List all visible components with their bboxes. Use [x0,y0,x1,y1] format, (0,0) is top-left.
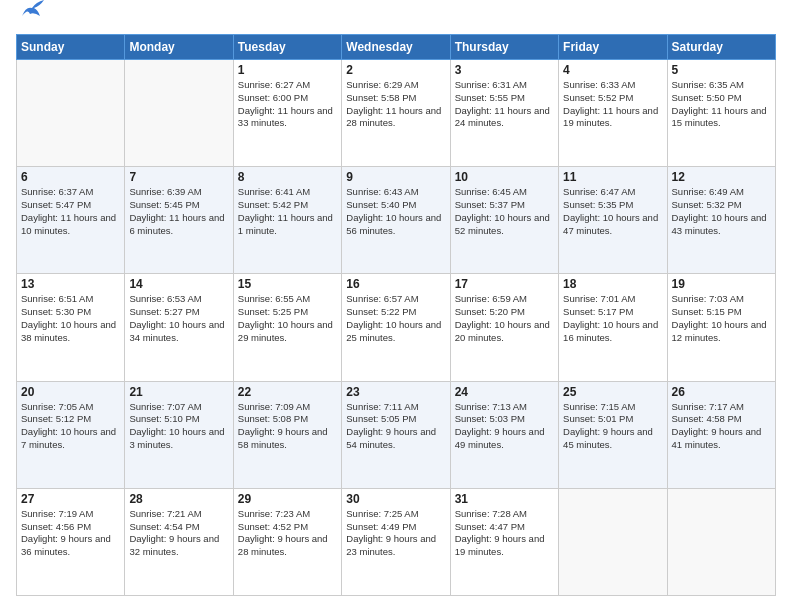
calendar-cell: 8Sunrise: 6:41 AM Sunset: 5:42 PM Daylig… [233,167,341,274]
day-info: Sunrise: 7:15 AM Sunset: 5:01 PM Dayligh… [563,401,662,452]
day-info: Sunrise: 7:21 AM Sunset: 4:54 PM Dayligh… [129,508,228,559]
day-info: Sunrise: 6:49 AM Sunset: 5:32 PM Dayligh… [672,186,771,237]
day-info: Sunrise: 6:35 AM Sunset: 5:50 PM Dayligh… [672,79,771,130]
day-info: Sunrise: 7:23 AM Sunset: 4:52 PM Dayligh… [238,508,337,559]
calendar-cell: 24Sunrise: 7:13 AM Sunset: 5:03 PM Dayli… [450,381,558,488]
calendar-cell: 26Sunrise: 7:17 AM Sunset: 4:58 PM Dayli… [667,381,775,488]
day-info: Sunrise: 6:37 AM Sunset: 5:47 PM Dayligh… [21,186,120,237]
day-number: 11 [563,170,662,184]
day-info: Sunrise: 7:17 AM Sunset: 4:58 PM Dayligh… [672,401,771,452]
day-number: 22 [238,385,337,399]
day-number: 18 [563,277,662,291]
calendar-cell: 19Sunrise: 7:03 AM Sunset: 5:15 PM Dayli… [667,274,775,381]
calendar-cell: 18Sunrise: 7:01 AM Sunset: 5:17 PM Dayli… [559,274,667,381]
day-number: 3 [455,63,554,77]
day-number: 26 [672,385,771,399]
calendar-cell: 23Sunrise: 7:11 AM Sunset: 5:05 PM Dayli… [342,381,450,488]
calendar-cell: 9Sunrise: 6:43 AM Sunset: 5:40 PM Daylig… [342,167,450,274]
day-number: 15 [238,277,337,291]
calendar-cell: 29Sunrise: 7:23 AM Sunset: 4:52 PM Dayli… [233,488,341,595]
day-number: 14 [129,277,228,291]
day-number: 13 [21,277,120,291]
day-info: Sunrise: 6:57 AM Sunset: 5:22 PM Dayligh… [346,293,445,344]
day-number: 25 [563,385,662,399]
day-info: Sunrise: 7:28 AM Sunset: 4:47 PM Dayligh… [455,508,554,559]
day-info: Sunrise: 6:27 AM Sunset: 6:00 PM Dayligh… [238,79,337,130]
weekday-header-sunday: Sunday [17,35,125,60]
day-info: Sunrise: 6:59 AM Sunset: 5:20 PM Dayligh… [455,293,554,344]
day-number: 28 [129,492,228,506]
calendar-table: SundayMondayTuesdayWednesdayThursdayFrid… [16,34,776,596]
day-info: Sunrise: 7:07 AM Sunset: 5:10 PM Dayligh… [129,401,228,452]
calendar-cell: 27Sunrise: 7:19 AM Sunset: 4:56 PM Dayli… [17,488,125,595]
calendar-week-3: 13Sunrise: 6:51 AM Sunset: 5:30 PM Dayli… [17,274,776,381]
day-info: Sunrise: 6:33 AM Sunset: 5:52 PM Dayligh… [563,79,662,130]
day-info: Sunrise: 7:03 AM Sunset: 5:15 PM Dayligh… [672,293,771,344]
calendar-cell: 5Sunrise: 6:35 AM Sunset: 5:50 PM Daylig… [667,60,775,167]
day-number: 7 [129,170,228,184]
day-number: 23 [346,385,445,399]
day-info: Sunrise: 7:05 AM Sunset: 5:12 PM Dayligh… [21,401,120,452]
calendar-cell: 2Sunrise: 6:29 AM Sunset: 5:58 PM Daylig… [342,60,450,167]
day-number: 20 [21,385,120,399]
page: SundayMondayTuesdayWednesdayThursdayFrid… [0,0,792,612]
day-info: Sunrise: 7:01 AM Sunset: 5:17 PM Dayligh… [563,293,662,344]
weekday-header-row: SundayMondayTuesdayWednesdayThursdayFrid… [17,35,776,60]
day-number: 1 [238,63,337,77]
day-number: 16 [346,277,445,291]
logo-bird-icon [18,0,46,24]
weekday-header-saturday: Saturday [667,35,775,60]
day-info: Sunrise: 6:43 AM Sunset: 5:40 PM Dayligh… [346,186,445,237]
day-info: Sunrise: 7:09 AM Sunset: 5:08 PM Dayligh… [238,401,337,452]
day-number: 31 [455,492,554,506]
calendar-cell [125,60,233,167]
calendar-week-4: 20Sunrise: 7:05 AM Sunset: 5:12 PM Dayli… [17,381,776,488]
logo-text-block [16,16,46,24]
day-number: 10 [455,170,554,184]
day-number: 17 [455,277,554,291]
calendar-week-5: 27Sunrise: 7:19 AM Sunset: 4:56 PM Dayli… [17,488,776,595]
day-info: Sunrise: 6:53 AM Sunset: 5:27 PM Dayligh… [129,293,228,344]
day-number: 21 [129,385,228,399]
day-number: 24 [455,385,554,399]
day-info: Sunrise: 6:47 AM Sunset: 5:35 PM Dayligh… [563,186,662,237]
day-number: 2 [346,63,445,77]
day-info: Sunrise: 7:19 AM Sunset: 4:56 PM Dayligh… [21,508,120,559]
day-number: 30 [346,492,445,506]
day-info: Sunrise: 6:39 AM Sunset: 5:45 PM Dayligh… [129,186,228,237]
calendar-cell: 6Sunrise: 6:37 AM Sunset: 5:47 PM Daylig… [17,167,125,274]
day-number: 27 [21,492,120,506]
day-number: 6 [21,170,120,184]
day-info: Sunrise: 7:25 AM Sunset: 4:49 PM Dayligh… [346,508,445,559]
day-number: 19 [672,277,771,291]
calendar-cell: 17Sunrise: 6:59 AM Sunset: 5:20 PM Dayli… [450,274,558,381]
day-info: Sunrise: 6:45 AM Sunset: 5:37 PM Dayligh… [455,186,554,237]
calendar-week-1: 1Sunrise: 6:27 AM Sunset: 6:00 PM Daylig… [17,60,776,167]
calendar-cell: 30Sunrise: 7:25 AM Sunset: 4:49 PM Dayli… [342,488,450,595]
calendar-cell [17,60,125,167]
calendar-cell: 10Sunrise: 6:45 AM Sunset: 5:37 PM Dayli… [450,167,558,274]
day-info: Sunrise: 6:55 AM Sunset: 5:25 PM Dayligh… [238,293,337,344]
calendar-cell [559,488,667,595]
day-info: Sunrise: 7:11 AM Sunset: 5:05 PM Dayligh… [346,401,445,452]
day-info: Sunrise: 6:51 AM Sunset: 5:30 PM Dayligh… [21,293,120,344]
calendar-cell: 21Sunrise: 7:07 AM Sunset: 5:10 PM Dayli… [125,381,233,488]
calendar-cell: 1Sunrise: 6:27 AM Sunset: 6:00 PM Daylig… [233,60,341,167]
calendar-cell: 15Sunrise: 6:55 AM Sunset: 5:25 PM Dayli… [233,274,341,381]
calendar-cell: 4Sunrise: 6:33 AM Sunset: 5:52 PM Daylig… [559,60,667,167]
weekday-header-wednesday: Wednesday [342,35,450,60]
header [16,16,776,24]
day-number: 5 [672,63,771,77]
day-info: Sunrise: 6:41 AM Sunset: 5:42 PM Dayligh… [238,186,337,237]
calendar-cell: 20Sunrise: 7:05 AM Sunset: 5:12 PM Dayli… [17,381,125,488]
weekday-header-friday: Friday [559,35,667,60]
calendar-cell: 28Sunrise: 7:21 AM Sunset: 4:54 PM Dayli… [125,488,233,595]
day-info: Sunrise: 6:31 AM Sunset: 5:55 PM Dayligh… [455,79,554,130]
calendar-cell: 14Sunrise: 6:53 AM Sunset: 5:27 PM Dayli… [125,274,233,381]
calendar-cell: 16Sunrise: 6:57 AM Sunset: 5:22 PM Dayli… [342,274,450,381]
day-info: Sunrise: 7:13 AM Sunset: 5:03 PM Dayligh… [455,401,554,452]
weekday-header-thursday: Thursday [450,35,558,60]
calendar-cell: 12Sunrise: 6:49 AM Sunset: 5:32 PM Dayli… [667,167,775,274]
calendar-cell: 13Sunrise: 6:51 AM Sunset: 5:30 PM Dayli… [17,274,125,381]
calendar-cell: 22Sunrise: 7:09 AM Sunset: 5:08 PM Dayli… [233,381,341,488]
